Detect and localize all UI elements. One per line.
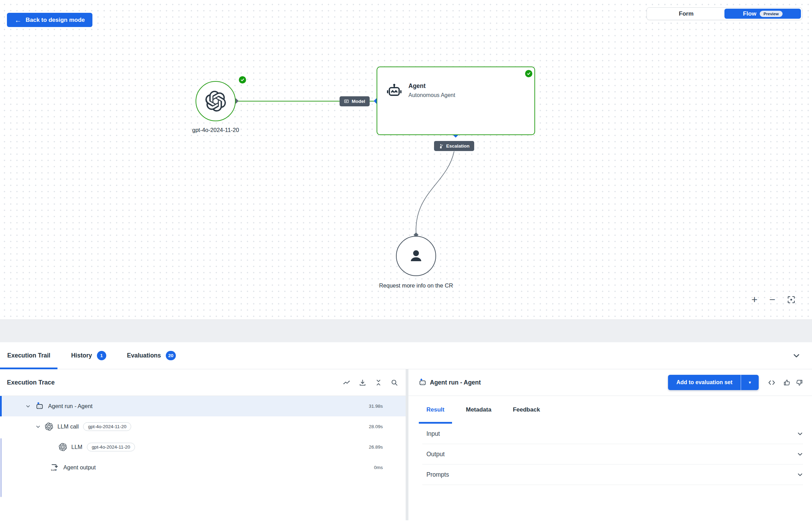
trace-collapse-all-button[interactable]	[375, 379, 382, 386]
add-to-evaluation-set-button[interactable]: Add to evaluation set	[668, 375, 741, 390]
fit-view-button[interactable]	[787, 295, 795, 304]
add-to-evaluation-dropdown-button[interactable]: ▼	[741, 375, 759, 390]
history-count-badge: 1	[97, 351, 106, 360]
tab-evaluations[interactable]: Evaluations 20	[120, 342, 183, 369]
toggle-form-option[interactable]: Form	[648, 9, 724, 19]
tab-result[interactable]: Result	[419, 396, 452, 424]
result-tab-label: Result	[426, 406, 444, 413]
form-label: Form	[679, 10, 694, 17]
escalation-edge-label[interactable]: Escalation	[434, 141, 474, 151]
chevron-down-icon	[797, 472, 803, 478]
chat-icon	[344, 99, 349, 104]
agent-run-icon	[418, 378, 426, 387]
model-name-pill: gpt-4o-2024-11-20	[87, 443, 135, 451]
zoom-in-button[interactable]: +	[751, 294, 758, 305]
agent-node-success-badge	[525, 70, 532, 77]
check-icon	[527, 72, 531, 76]
openai-logo-icon	[205, 91, 226, 112]
model-name-pill: gpt-4o-2024-11-20	[83, 422, 131, 431]
section-output[interactable]: Output	[422, 444, 803, 465]
flow-label: Flow	[743, 10, 756, 17]
agent-run-icon	[35, 402, 44, 410]
trace-row-label: Agent run - Agent	[48, 403, 92, 409]
tab-history[interactable]: History 1	[64, 342, 113, 369]
thumb-up-icon	[783, 379, 791, 386]
check-icon	[241, 78, 244, 82]
output-section-label: Output	[426, 451, 445, 458]
trace-row-agent-run[interactable]: Agent run - Agent 31.98s	[0, 396, 406, 416]
trace-row-agent-output[interactable]: Agent output 0ms	[0, 457, 406, 478]
canvas-zoom-controls: + −	[751, 294, 795, 305]
evaluations-label: Evaluations	[127, 352, 161, 359]
trace-row-llm-call[interactable]: LLM call gpt-4o-2024-11-20 28.09s	[0, 416, 406, 437]
trace-details-panel: Agent run - Agent Add to evaluation set …	[408, 369, 812, 520]
trace-row-label: LLM call	[57, 423, 79, 430]
back-to-design-mode-button[interactable]: ← Back to design mode	[7, 13, 92, 27]
details-header: Agent run - Agent Add to evaluation set …	[408, 369, 812, 396]
agent-flow-app: ← Back to design mode Form Flow Preview …	[0, 0, 812, 521]
trace-row-duration: 26.89s	[369, 444, 383, 450]
fit-view-icon	[787, 295, 795, 304]
scrollbar[interactable]	[0, 438, 2, 497]
chevron-down-icon	[797, 451, 803, 457]
input-section-label: Input	[426, 430, 440, 438]
trace-download-button[interactable]	[359, 379, 366, 386]
trend-icon	[343, 379, 350, 386]
prompts-section-label: Prompts	[426, 471, 449, 478]
chevron-down-icon[interactable]	[26, 404, 30, 409]
arrow-left-icon: ←	[15, 17, 21, 24]
human-escalation-node[interactable]	[396, 236, 436, 276]
collapse-icon	[375, 379, 382, 386]
trace-row-duration: 0ms	[374, 465, 383, 470]
add-to-evaluation-split-button: Add to evaluation set ▼	[668, 375, 759, 390]
zoom-out-button[interactable]: −	[769, 294, 775, 305]
back-button-label: Back to design mode	[26, 17, 85, 24]
selected-row-accent	[0, 396, 2, 416]
download-icon	[359, 379, 366, 386]
model-node[interactable]	[196, 81, 236, 121]
tab-metadata[interactable]: Metadata	[458, 396, 499, 424]
panel-divider[interactable]	[406, 369, 408, 520]
trace-row-label: LLM	[71, 444, 82, 450]
active-tab-underline	[419, 422, 452, 424]
model-node-success-badge	[239, 76, 246, 83]
execution-trace-title: Execution Trace	[7, 379, 55, 386]
model-edge-text: Model	[352, 99, 365, 104]
chevron-down-icon[interactable]	[36, 424, 40, 429]
preview-badge: Preview	[760, 11, 782, 17]
execution-trace-panel: Execution Trace	[0, 369, 406, 520]
trace-row-duration: 28.09s	[369, 424, 383, 429]
section-input[interactable]: Input	[422, 424, 803, 444]
model-node-label: gpt-4o-2024-11-20	[192, 127, 239, 133]
trace-row-duration: 31.98s	[369, 404, 383, 409]
thumbs-down-button[interactable]	[796, 379, 803, 386]
toggle-flow-option[interactable]: Flow Preview	[724, 9, 801, 19]
evaluations-count-badge: 20	[166, 351, 176, 360]
escalation-edge-text: Escalation	[446, 143, 470, 149]
thumbs-up-button[interactable]	[783, 379, 791, 386]
agent-node[interactable]: Agent Autonomous Agent	[377, 67, 535, 135]
human-node-label: Request more info on the CR	[379, 282, 453, 289]
thumb-down-icon	[796, 379, 803, 386]
flow-canvas[interactable]: ← Back to design mode Form Flow Preview …	[0, 0, 812, 319]
tab-execution-trail[interactable]: Execution Trail	[0, 342, 57, 369]
search-icon	[391, 379, 398, 386]
panel-spacer	[0, 319, 812, 342]
person-icon	[408, 248, 424, 264]
trace-row-label: Agent output	[63, 464, 96, 471]
agent-node-subtitle: Autonomous Agent	[408, 92, 455, 98]
trace-row-llm[interactable]: LLM gpt-4o-2024-11-20 26.89s	[0, 437, 406, 457]
chevron-down-icon	[793, 352, 800, 360]
section-prompts[interactable]: Prompts	[422, 465, 803, 485]
raise-hand-icon	[439, 144, 443, 149]
openai-icon	[45, 423, 53, 431]
feedback-tab-label: Feedback	[513, 406, 540, 413]
view-code-button[interactable]	[768, 379, 775, 386]
trace-search-button[interactable]	[391, 379, 398, 386]
trace-metrics-button[interactable]	[343, 379, 350, 386]
collapse-panel-button[interactable]	[793, 352, 800, 360]
metadata-tab-label: Metadata	[466, 406, 491, 413]
model-edge-label[interactable]: Model	[340, 96, 370, 106]
bottom-tabbar: Execution Trail History 1 Evaluations 20	[0, 342, 812, 369]
tab-feedback[interactable]: Feedback	[505, 396, 548, 424]
